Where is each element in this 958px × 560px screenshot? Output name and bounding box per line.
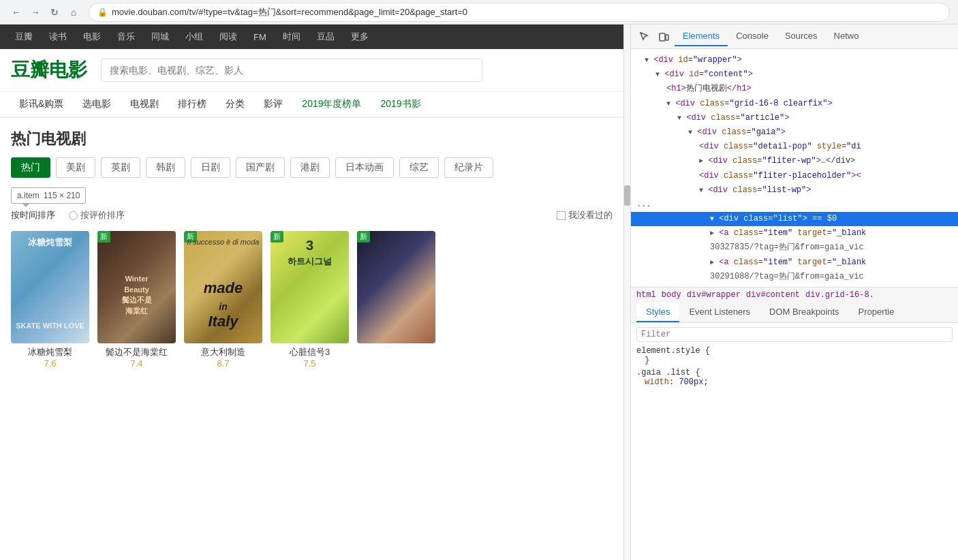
dom-line[interactable]: <div class="detail-pop" style="di (631, 140, 958, 154)
breadcrumb-body[interactable]: body (662, 290, 681, 300)
movie-card[interactable]: 新 3 하트시그널 心脏信号3 7.5 (271, 231, 349, 369)
movie-title: 心脏信号3 (271, 346, 349, 358)
cat-tab-anime[interactable]: 日本动画 (335, 157, 394, 178)
cat-tab-us[interactable]: 美剧 (56, 157, 95, 178)
cat-tab-variety[interactable]: 综艺 (399, 157, 439, 178)
movie-title: 鬓边不是海棠红 (97, 346, 176, 358)
dom-line[interactable]: ► <a class="item" target="_blank (631, 226, 958, 240)
address-bar[interactable]: 🔒 movie.douban.com/tv/#!type=tv&tag=热门&s… (89, 3, 950, 22)
movie-poster: 新 3 하트시그널 (271, 231, 349, 343)
sub-nav: 影讯&购票 选电影 电视剧 排行榜 分类 影评 2019年度榜单 2019书影 (0, 92, 623, 118)
unwatched-checkbox[interactable] (557, 211, 566, 220)
nav-buttons: ← → ↻ ⌂ (8, 4, 82, 20)
devtools-tab-console[interactable]: Console (728, 27, 777, 46)
poster-image: 新 3 하트시그널 (271, 231, 349, 343)
dom-line[interactable]: ▼ <div class="list-wp"> (631, 183, 958, 198)
nav-item-time[interactable]: 时间 (276, 27, 307, 47)
movie-poster: 新 WinterBeauty鬓边不是海棠红 (97, 231, 176, 343)
sub-nav-pick[interactable]: 选电影 (74, 94, 119, 114)
back-button[interactable]: ← (8, 4, 25, 20)
dom-line[interactable]: ► <a class="item" target="_blank (631, 255, 958, 270)
tab-event-listeners[interactable]: Event Listeners (679, 302, 760, 322)
nav-item-doupin[interactable]: 豆品 (310, 27, 341, 47)
nav-item-fm[interactable]: FM (247, 28, 273, 46)
breadcrumb: html body div#wrapper div#content div.gr… (631, 287, 958, 302)
devtools-panel: Elements Console Sources Netwo ▼ <div id… (630, 25, 958, 560)
dom-line[interactable]: <h1>热门电视剧</h1> (631, 82, 958, 96)
nav-item-events[interactable]: 同城 (144, 27, 176, 47)
forward-button[interactable]: → (27, 4, 44, 20)
movie-card[interactable]: 新 WinterBeauty鬓边不是海棠红 鬓边不是海棠红 7.4 (97, 231, 176, 369)
dom-line[interactable]: ▼ <div class="grid-16-8 clearfix"> (631, 97, 958, 111)
breadcrumb-grid[interactable]: div.grid-16-8. (805, 290, 874, 300)
sort-rating-option[interactable]: 按评价排序 (69, 209, 125, 221)
reload-button[interactable]: ↻ (46, 4, 63, 20)
nav-item-reading[interactable]: 阅读 (213, 27, 244, 47)
nav-item-douban[interactable]: 豆瓣 (8, 27, 40, 47)
devtools-tab-elements[interactable]: Elements (675, 27, 728, 46)
cat-tab-doc[interactable]: 纪录片 (444, 157, 493, 178)
scrollbar-thumb[interactable] (624, 185, 630, 206)
sort-rating-label: 按评价排序 (80, 209, 125, 221)
unwatched-filter[interactable]: 我没看过的 (557, 209, 613, 221)
sort-bar: 按时间排序 按评价排序 我没看过的 (11, 209, 613, 221)
cursor-icon[interactable] (636, 29, 653, 45)
dom-line[interactable]: ▼ <div class="article"> (631, 111, 958, 125)
devtools-tab-network[interactable]: Netwo (826, 27, 867, 46)
sub-nav-reviews[interactable]: 影评 (256, 94, 291, 114)
sub-nav-2019[interactable]: 2019年度榜单 (294, 94, 369, 114)
dom-line[interactable]: ▼ <div id="content"> (631, 67, 958, 82)
dom-line-ellipsis[interactable]: ... (631, 198, 958, 212)
cat-tab-jp[interactable]: 日剧 (191, 157, 230, 178)
movie-score: 8.7 (184, 358, 262, 369)
devtools-tab-sources[interactable]: Sources (777, 27, 826, 46)
tab-dom-breakpoints[interactable]: DOM Breakpoints (760, 302, 849, 322)
movie-score: 7.6 (11, 358, 89, 369)
sub-nav-category[interactable]: 分类 (217, 94, 253, 114)
dom-line[interactable]: <div class="fliter-placeholder">< (631, 169, 958, 183)
sort-rating-radio[interactable] (69, 211, 78, 220)
breadcrumb-content[interactable]: div#content (746, 290, 800, 300)
nav-item-more[interactable]: 更多 (344, 27, 375, 47)
nav-item-movies[interactable]: 电影 (76, 27, 108, 47)
sub-nav-ranking[interactable]: 排行榜 (170, 94, 215, 114)
movie-card[interactable]: 新 (357, 231, 435, 369)
tab-styles[interactable]: Styles (636, 302, 679, 322)
tab-properties[interactable]: Propertie (849, 302, 904, 322)
poster-image: 新 (357, 231, 435, 343)
sub-nav-tickets[interactable]: 影讯&购票 (11, 94, 72, 114)
filter-bar (636, 327, 953, 342)
cat-tab-hk[interactable]: 港剧 (290, 157, 330, 178)
nav-item-groups[interactable]: 小组 (179, 27, 210, 47)
sort-time-btn[interactable]: 按时间排序 (11, 209, 55, 221)
search-input[interactable] (101, 59, 482, 82)
breadcrumb-wrapper[interactable]: div#wrapper (687, 290, 741, 300)
page-scrollbar[interactable] (623, 25, 630, 560)
movie-card[interactable]: 新 Il successo è di moda madeinItaly 意大利制… (184, 231, 262, 369)
dom-line-selected[interactable]: ▼ <div class="list"> == $0 (631, 212, 958, 226)
top-nav: 豆瓣 读书 电影 音乐 同城 小组 阅读 FM 时间 豆品 更多 (0, 25, 623, 49)
breadcrumb-html[interactable]: html (636, 290, 656, 300)
movie-card[interactable]: SKATE WITH LOVE 冰糖炖雪梨 冰糖炖雪梨 7.6 (11, 231, 89, 369)
dom-line[interactable]: ▼ <div class="gaia"> (631, 125, 958, 140)
cat-tab-hot[interactable]: 热门 (11, 157, 50, 178)
dom-line[interactable]: ► <div class="fliter-wp">…</div> (631, 154, 958, 168)
nav-item-books[interactable]: 读书 (42, 27, 74, 47)
sub-nav-2019-books[interactable]: 2019书影 (373, 94, 429, 114)
nav-item-music[interactable]: 音乐 (110, 27, 142, 47)
dom-line[interactable]: ▼ <div id="wrapper"> (631, 53, 958, 67)
devtools-tabs: Elements Console Sources Netwo (631, 25, 958, 49)
filter-input[interactable] (641, 330, 948, 339)
category-tabs: 热门 美剧 英剧 韩剧 日剧 国产剧 港剧 日本动画 综艺 纪录片 (11, 157, 613, 178)
cat-tab-kr[interactable]: 韩剧 (146, 157, 185, 178)
css-close: } (636, 356, 953, 365)
movie-poster: 新 Il successo è di moda madeinItaly (184, 231, 262, 343)
svg-rect-0 (660, 33, 665, 41)
home-button[interactable]: ⌂ (65, 4, 82, 20)
device-icon[interactable] (655, 29, 672, 45)
movie-score: 7.4 (97, 358, 176, 369)
cat-tab-cn[interactable]: 国产剧 (236, 157, 285, 178)
cat-tab-uk[interactable]: 英剧 (101, 157, 140, 178)
tooltip-selector: a.item (17, 191, 40, 200)
sub-nav-tv[interactable]: 电视剧 (122, 94, 167, 114)
